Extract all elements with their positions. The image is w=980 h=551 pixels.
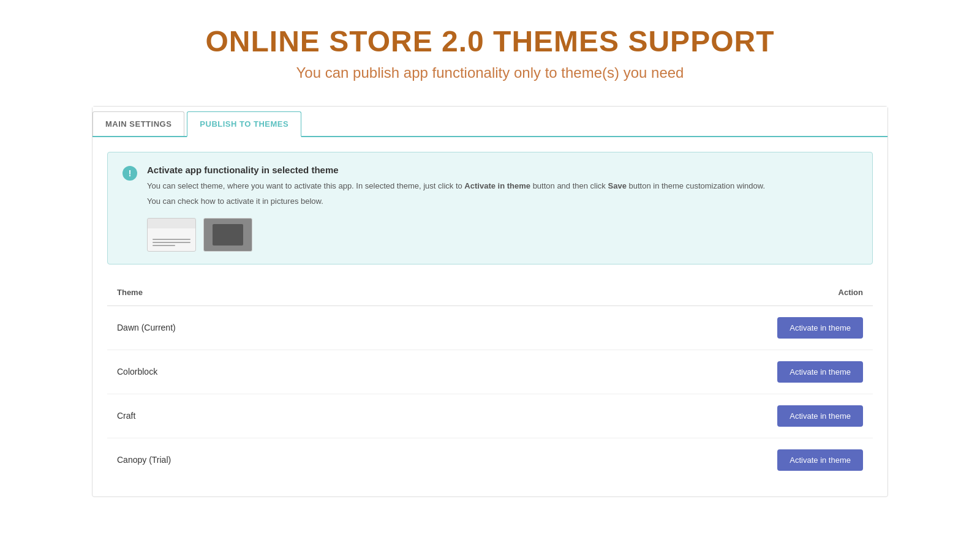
- page-subtitle: You can publish app functionality only t…: [206, 64, 775, 81]
- info-icon: !: [123, 166, 137, 181]
- column-theme: Theme: [107, 279, 434, 306]
- table-row: CraftActivate in theme: [107, 394, 873, 438]
- info-content: Activate app functionality in selected t…: [147, 165, 858, 252]
- action-cell-4: Activate in theme: [434, 438, 873, 482]
- table-header-row: Theme Action: [107, 279, 873, 306]
- preview-thumb-1: [147, 218, 196, 252]
- activate-theme-button-4[interactable]: Activate in theme: [777, 449, 863, 471]
- themes-table: Theme Action Dawn (Current)Activate in t…: [107, 279, 873, 482]
- tab-content-publish: ! Activate app functionality in selected…: [92, 137, 888, 497]
- action-cell-2: Activate in theme: [434, 350, 873, 394]
- action-cell-3: Activate in theme: [434, 394, 873, 438]
- column-action: Action: [434, 279, 873, 306]
- table-row: Canopy (Trial)Activate in theme: [107, 438, 873, 482]
- page-header: ONLINE STORE 2.0 THEMES SUPPORT You can …: [206, 24, 775, 81]
- theme-name-1: Dawn (Current): [107, 305, 434, 350]
- activate-theme-button-1[interactable]: Activate in theme: [777, 317, 863, 339]
- main-container: MAIN SETTINGS PUBLISH TO THEMES ! Activa…: [92, 106, 888, 497]
- preview-images: [147, 218, 858, 252]
- theme-name-4: Canopy (Trial): [107, 438, 434, 482]
- tabs-bar: MAIN SETTINGS PUBLISH TO THEMES: [92, 107, 888, 137]
- action-cell-1: Activate in theme: [434, 305, 873, 350]
- theme-name-2: Colorblock: [107, 350, 434, 394]
- activate-theme-button-2[interactable]: Activate in theme: [777, 361, 863, 383]
- info-text-line1: You can select theme, where you want to …: [147, 180, 858, 193]
- info-text-line2: You can check how to activate it in pict…: [147, 195, 858, 208]
- activate-theme-button-3[interactable]: Activate in theme: [777, 405, 863, 427]
- page-title: ONLINE STORE 2.0 THEMES SUPPORT: [206, 24, 775, 58]
- table-row: ColorblockActivate in theme: [107, 350, 873, 394]
- table-row: Dawn (Current)Activate in theme: [107, 305, 873, 350]
- tab-publish-to-themes[interactable]: PUBLISH TO THEMES: [187, 111, 301, 137]
- info-box: ! Activate app functionality in selected…: [107, 152, 873, 264]
- tab-main-settings[interactable]: MAIN SETTINGS: [92, 111, 184, 136]
- info-title: Activate app functionality in selected t…: [147, 165, 858, 175]
- preview-thumb-2: [203, 218, 252, 252]
- theme-name-3: Craft: [107, 394, 434, 438]
